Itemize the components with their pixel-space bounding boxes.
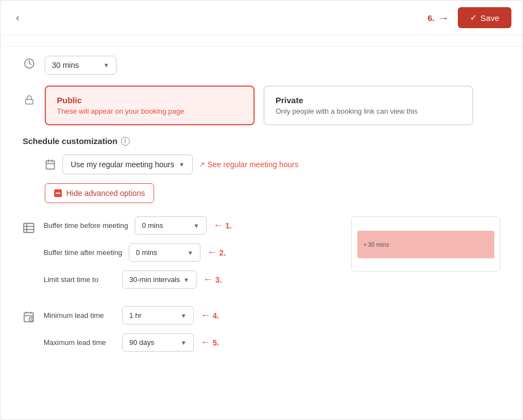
max-lead-select[interactable]: 90 days ▼: [122, 333, 194, 352]
annotation-2-label: 2.: [219, 248, 226, 257]
min-lead-row: Minimum lead time 1 hr ▼ ← 4.: [44, 306, 340, 325]
buffer-fields: Buffer time before meeting 0 mins ▼ ← 1.: [44, 216, 340, 297]
max-lead-row: Maximum lead time 90 days ▼ ← 5.: [44, 333, 340, 352]
annotation-5: ← 5.: [200, 337, 219, 348]
limit-start-label: Limit start time to: [44, 275, 115, 284]
buffer-after-row: Buffer time after meeting 0 mins ▼ ← 2.: [44, 243, 340, 262]
visibility-row: Public These will appear on your booking…: [23, 86, 500, 125]
private-title: Private: [276, 95, 461, 105]
svg-rect-6: [24, 224, 34, 233]
schedule-title: Schedule customization i: [23, 136, 500, 146]
advanced-fields: Buffer time before meeting 0 mins ▼ ← 1.: [23, 216, 340, 360]
svg-rect-2: [46, 161, 55, 169]
lead-fields: Minimum lead time 1 hr ▼ ← 4.: [44, 306, 340, 360]
calendar-visual-panel: • 30 mins: [351, 216, 500, 360]
visibility-cards: Public These will appear on your booking…: [45, 86, 500, 125]
buffer-before-value: 0 mins: [142, 221, 163, 230]
lock-icon: [23, 94, 36, 105]
chevron-down-icon: ▼: [187, 249, 193, 256]
arrow-left-icon: ←: [213, 220, 223, 231]
meeting-hours-select[interactable]: Use my regular meeting hours ▼: [62, 155, 193, 174]
external-link-icon: ↗: [199, 161, 205, 168]
annotation-4-label: 4.: [213, 311, 219, 320]
private-subtitle: Only people with a booking link can view…: [276, 107, 461, 115]
chevron-down-icon: ▼: [103, 62, 109, 68]
visibility-public-card[interactable]: Public These will appear on your booking…: [45, 86, 255, 125]
save-label: Save: [480, 13, 499, 23]
meeting-hours-label: Use my regular meeting hours: [71, 160, 175, 169]
annotation-3: ← 3.: [203, 274, 222, 285]
clock-icon: [23, 58, 36, 69]
calendar-block: • 30 mins: [357, 231, 494, 258]
divider: [1, 46, 522, 47]
save-button[interactable]: ✓ Save: [458, 7, 511, 28]
buffer-before-label: Buffer time before meeting: [44, 221, 128, 230]
arrow-left-icon: ←: [203, 274, 213, 285]
checkmark-icon: ✓: [470, 13, 477, 23]
chevron-down-icon: ▼: [179, 161, 185, 168]
visibility-private-card[interactable]: Private Only people with a booking link …: [263, 86, 473, 125]
duration-row: 30 mins ▼: [23, 56, 500, 75]
minus-icon: [54, 189, 62, 197]
duration-value: 30 mins: [52, 61, 79, 70]
hide-advanced-label: Hide advanced options: [66, 189, 145, 198]
hide-advanced-button[interactable]: Hide advanced options: [45, 183, 154, 203]
annotation-5-label: 5.: [213, 338, 219, 347]
see-regular-hours-link[interactable]: ↗ See regular meeting hours: [199, 160, 298, 169]
arrow-left-icon: ←: [200, 310, 210, 321]
public-title: Public: [57, 95, 242, 105]
annotation-1-label: 1.: [225, 221, 232, 230]
max-lead-label: Maximum lead time: [44, 338, 115, 347]
arrow-icon: →: [438, 12, 449, 24]
annotation-3-label: 3.: [215, 275, 222, 284]
annotation-1: ← 1.: [213, 220, 232, 231]
step-label: 6. →: [427, 12, 449, 24]
see-hours-label: See regular meeting hours: [207, 160, 298, 169]
annotation-4: ← 4.: [200, 310, 219, 321]
chevron-down-icon: ▼: [181, 312, 187, 319]
top-bar: ‹ 6. → ✓ Save: [1, 1, 522, 35]
back-button[interactable]: ‹: [12, 10, 24, 26]
chevron-down-icon: ▼: [183, 277, 189, 283]
min-lead-label: Minimum lead time: [44, 311, 115, 320]
min-lead-select[interactable]: 1 hr ▼: [122, 306, 194, 325]
arrow-left-icon: ←: [200, 337, 210, 348]
lead-icon: [23, 311, 35, 325]
limit-start-select[interactable]: 30-min intervals ▼: [122, 270, 197, 289]
step-number: 6.: [427, 13, 435, 23]
buffer-before-select[interactable]: 0 mins ▼: [135, 216, 207, 235]
top-right-actions: 6. → ✓ Save: [427, 7, 511, 28]
calendar-icon-wrapper: [45, 159, 56, 170]
arrow-left-icon: ←: [207, 247, 217, 258]
buffer-section: Buffer time before meeting 0 mins ▼ ← 1.: [23, 216, 340, 297]
chevron-down-icon: ▼: [193, 222, 199, 229]
limit-start-row: Limit start time to 30-min intervals ▼ ←…: [44, 270, 340, 289]
duration-select[interactable]: 30 mins ▼: [45, 56, 117, 75]
main-content: 30 mins ▼ Public These will appear on yo…: [1, 35, 522, 420]
chevron-down-icon: ▼: [181, 339, 187, 346]
calendar-visual: • 30 mins: [351, 216, 500, 272]
schedule-hours-row: Use my regular meeting hours ▼ ↗ See reg…: [45, 155, 500, 174]
schedule-section: Schedule customization i Use my regular …: [23, 136, 500, 203]
info-icon[interactable]: i: [121, 137, 130, 146]
buffer-before-row: Buffer time before meeting 0 mins ▼ ← 1.: [44, 216, 340, 235]
public-subtitle: These will appear on your booking page: [57, 107, 242, 115]
buffer-after-select[interactable]: 0 mins ▼: [129, 243, 200, 262]
buffer-after-label: Buffer time after meeting: [44, 248, 122, 257]
max-lead-value: 90 days: [129, 338, 155, 347]
advanced-options-section: Buffer time before meeting 0 mins ▼ ← 1.: [23, 216, 500, 360]
min-lead-value: 1 hr: [129, 311, 141, 320]
limit-start-value: 30-min intervals: [129, 275, 180, 284]
lead-section: Minimum lead time 1 hr ▼ ← 4.: [23, 306, 340, 360]
annotation-2: ← 2.: [207, 247, 226, 258]
calendar-block-label: • 30 mins: [364, 241, 389, 248]
buffer-after-value: 0 mins: [136, 248, 157, 257]
buffer-icon: [23, 222, 35, 236]
schedule-title-text: Schedule customization: [23, 136, 118, 146]
svg-rect-1: [25, 99, 33, 104]
